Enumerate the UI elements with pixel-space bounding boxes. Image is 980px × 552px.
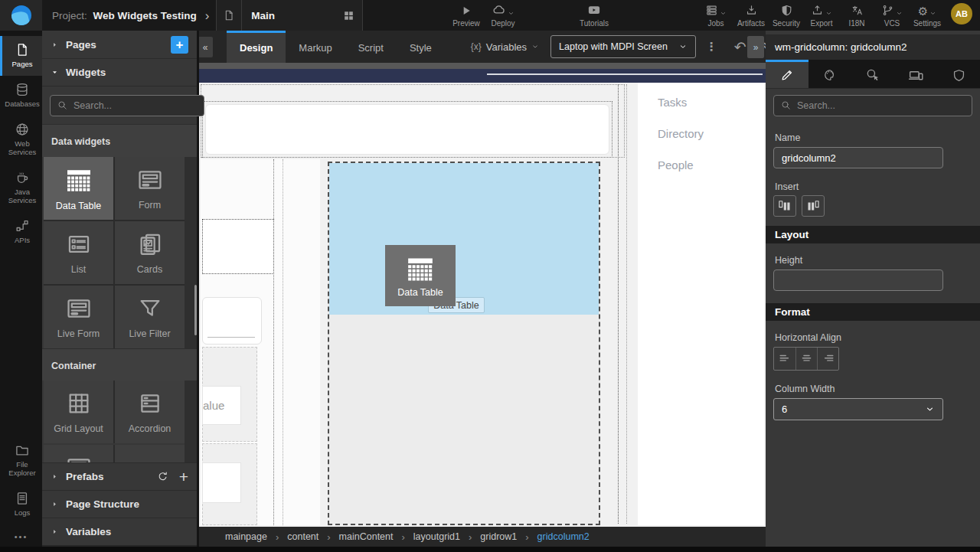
globe-icon — [15, 122, 30, 137]
page-body[interactable]: alue Data Table Data Table Tasks Directo… — [199, 83, 766, 527]
expand-panel-button[interactable]: » — [747, 36, 764, 58]
wavemaker-logo[interactable] — [0, 0, 42, 31]
drop-highlight — [329, 163, 599, 315]
breadcrumb-item[interactable]: mainpage — [225, 531, 267, 542]
widget-tile-accordion[interactable]: Accordion — [115, 381, 185, 443]
rail-item-java-services[interactable]: Java Services — [0, 164, 42, 212]
artifacts-button[interactable]: Artifacts — [733, 3, 769, 28]
settings-button[interactable]: ⚙ Settings — [910, 3, 945, 28]
rail-item-logs[interactable]: Logs — [0, 485, 42, 524]
add-prefab-button[interactable]: + — [179, 469, 188, 485]
tab-styles[interactable] — [808, 60, 851, 88]
jobs-button[interactable]: Jobs — [698, 3, 733, 28]
widget-tile-list[interactable]: List — [44, 221, 113, 284]
add-page-button[interactable]: + — [171, 36, 188, 54]
export-button[interactable]: Export — [804, 3, 839, 28]
tab-events[interactable] — [851, 60, 894, 88]
section-pages[interactable]: Pages + — [42, 31, 197, 59]
height-input[interactable] — [773, 269, 943, 291]
drag-ghost-data-table[interactable]: Data Table — [385, 245, 456, 306]
section-widgets[interactable]: Widgets — [42, 59, 197, 87]
form-panel-widget[interactable]: alue — [202, 347, 257, 442]
design-canvas[interactable]: alue Data Table Data Table Tasks Directo… — [199, 63, 766, 527]
small-card-widget[interactable] — [202, 297, 262, 345]
align-center-button[interactable] — [795, 348, 817, 370]
palette-icon — [822, 67, 838, 83]
widget-tile-form[interactable]: Form — [115, 157, 185, 220]
nav-item-tasks[interactable]: Tasks — [658, 96, 764, 111]
rail-item-apis[interactable]: APIs — [0, 212, 42, 252]
preview-button[interactable]: Preview — [450, 3, 482, 28]
section-prefabs[interactable]: Prefabs + — [42, 462, 197, 490]
device-selector[interactable]: Laptop with MDPI Screen — [550, 35, 696, 58]
breadcrumb-item[interactable]: mainContent — [339, 531, 394, 542]
collapse-panel-button[interactable]: « — [198, 37, 213, 57]
avatar[interactable]: AB — [951, 3, 972, 24]
widget-tile-grid-layout[interactable]: Grid Layout — [44, 381, 113, 443]
align-left-button[interactable] — [774, 348, 795, 370]
rail-item-databases[interactable]: Databases — [0, 76, 42, 116]
breadcrumb-item-active[interactable]: gridcolumn2 — [537, 531, 590, 542]
section-variables[interactable]: Variables — [42, 518, 197, 545]
caret-right-icon — [51, 528, 59, 536]
vcs-button[interactable]: VCS — [874, 3, 910, 28]
cards-icon — [137, 231, 163, 257]
rail-item-file-explorer[interactable]: File Explorer — [0, 436, 42, 485]
kebab-menu-icon[interactable]: ⋮ — [706, 40, 717, 54]
gridcolumn2-drop-target[interactable] — [328, 162, 600, 525]
security-button[interactable]: Security — [769, 3, 804, 28]
widget-search-input[interactable] — [50, 95, 204, 116]
tab-script[interactable]: Script — [345, 31, 397, 63]
chevron-down-icon — [508, 10, 514, 17]
play-icon — [460, 3, 472, 17]
align-right-button[interactable] — [817, 348, 838, 370]
pages-grid-icon[interactable] — [343, 10, 354, 21]
widget-tile-cards[interactable]: Cards — [115, 221, 185, 284]
database-icon — [15, 82, 30, 97]
tab-markup[interactable]: Markup — [286, 31, 345, 63]
tab-security[interactable] — [937, 60, 980, 88]
rail-item-web-services[interactable]: Web Services — [0, 116, 42, 164]
live-form-icon — [66, 296, 92, 322]
insert-column-left-button[interactable] — [773, 195, 796, 217]
gear-icon: ⚙ — [918, 5, 928, 17]
rail-item-pages[interactable]: Pages — [0, 36, 42, 76]
breadcrumb-item[interactable]: content — [287, 531, 318, 542]
section-page-structure[interactable]: Page Structure — [42, 490, 197, 518]
page-nav-panel[interactable]: Tasks Directory People — [638, 83, 764, 525]
pencil-icon — [779, 67, 795, 83]
widget-tile-live-filter[interactable]: Live Filter — [115, 286, 185, 348]
i18n-button[interactable]: I18N — [839, 3, 874, 28]
breadcrumb-item[interactable]: layoutgrid1 — [413, 531, 460, 542]
nav-item-directory[interactable]: Directory — [658, 127, 764, 142]
tab-design[interactable]: Design — [227, 31, 286, 63]
name-input[interactable] — [773, 147, 943, 168]
tab-style[interactable]: Style — [397, 31, 445, 63]
undo-button[interactable]: ↶ — [734, 38, 746, 56]
widget-tile-data-table[interactable]: Data Table — [44, 157, 113, 220]
empty-field[interactable] — [202, 462, 241, 503]
insert-label: Insert — [775, 181, 799, 192]
property-search-input[interactable] — [773, 95, 972, 116]
page-tab-main[interactable]: Main — [216, 0, 363, 31]
deploy-button[interactable]: Deploy — [485, 3, 521, 28]
page-header-bar[interactable] — [199, 69, 766, 83]
variables-menu[interactable]: {x} Variables — [471, 31, 539, 63]
value-field[interactable]: alue — [202, 386, 241, 425]
widget-outline-box[interactable] — [202, 219, 274, 274]
form-panel-widget[interactable] — [202, 443, 257, 525]
tab-properties[interactable] — [766, 60, 808, 88]
breadcrumb-item[interactable]: gridrow1 — [480, 531, 517, 542]
nav-item-people[interactable]: People — [658, 158, 764, 174]
panel-scroll-thumb[interactable] — [194, 285, 197, 335]
top-bar: Project: Web Widgets Testing › Main Prev… — [0, 0, 980, 31]
widget-tile-partial[interactable] — [44, 445, 113, 462]
insert-column-right-button[interactable] — [802, 195, 825, 217]
widget-tile-live-form[interactable]: Live Form — [44, 286, 113, 348]
column-width-select[interactable]: 6 — [773, 398, 943, 420]
refresh-icon[interactable] — [156, 470, 169, 483]
tutorials-button[interactable]: Tutorials — [574, 3, 614, 28]
tab-devices[interactable] — [894, 60, 937, 88]
page-search-card[interactable] — [205, 104, 609, 155]
widget-tile-partial[interactable] — [115, 445, 185, 462]
